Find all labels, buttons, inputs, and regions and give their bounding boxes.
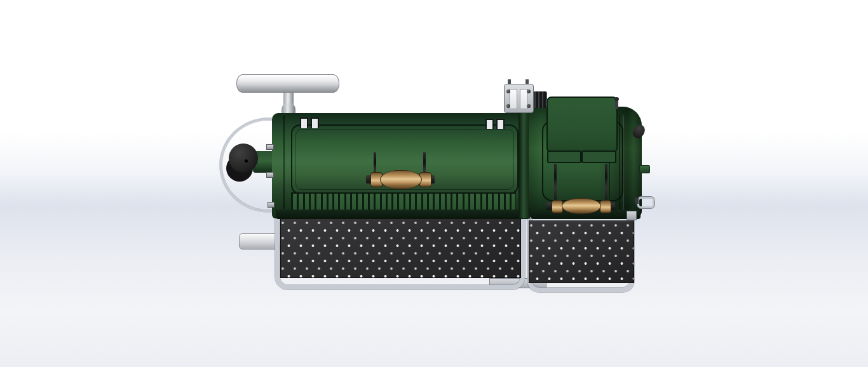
top-hinge-clip: [485, 119, 494, 129]
handle-barrel: [380, 170, 422, 189]
firebox-latch[interactable]: [637, 197, 654, 208]
smokestack-rain-cap[interactable]: [236, 74, 339, 93]
firebox-lid-tray-right: [581, 150, 616, 163]
bolt-icon: [506, 104, 510, 108]
firebox-door-handle[interactable]: [546, 163, 615, 213]
mount-bracket[interactable]: [504, 84, 534, 113]
top-pin-ball: [614, 97, 619, 101]
hinge-pin: [268, 202, 275, 208]
firebox-frame-foot: [627, 211, 637, 220]
chamber-door-handle[interactable]: [366, 151, 435, 189]
chamber-left-edge-seam: [283, 116, 285, 209]
cad-viewport[interactable]: [0, 0, 868, 367]
handle-ring: [600, 200, 611, 213]
side-stub: [639, 165, 650, 173]
chamber-bottom-band: [276, 210, 530, 219]
hinge-pin: [266, 144, 274, 150]
pipe-end-face: [229, 143, 258, 173]
bolt-icon: [506, 90, 510, 93]
handle-barrel: [562, 198, 601, 214]
hinge-pin: [266, 172, 274, 178]
firebox-lid[interactable]: [546, 97, 618, 153]
bolt-icon: [527, 90, 531, 93]
front-shelf-right[interactable]: [529, 220, 634, 283]
bolt-icon: [527, 104, 531, 108]
latch-pin: [635, 197, 639, 204]
firebox-lid-tray-left: [547, 150, 581, 163]
front-shelf-left[interactable]: [280, 218, 521, 278]
top-hinge-clip: [496, 119, 505, 129]
top-hinge-clip: [311, 117, 319, 128]
pipe-bolt: [245, 159, 248, 163]
top-hinge-clip: [300, 117, 308, 128]
